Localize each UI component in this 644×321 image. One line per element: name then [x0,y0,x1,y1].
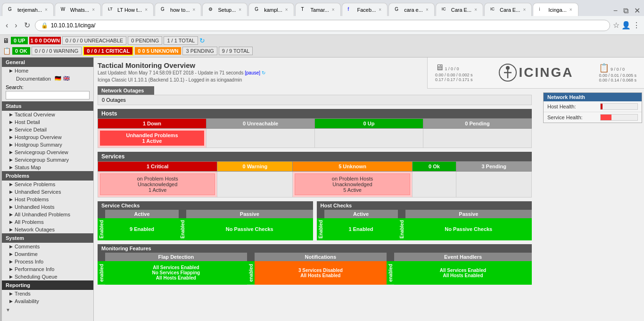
hosts-down-header[interactable]: 1 Down [98,119,206,129]
minimize-btn[interactable]: − [611,6,619,16]
close-tab-12[interactable]: × [570,7,572,12]
unreachable-badge[interactable]: 0 / 0 / 0 UNREACHABLE [62,36,126,45]
sidebar-item-all-problems[interactable]: ▶ All Problems [2,218,93,226]
hosts-up-header[interactable]: 0 Up [315,119,423,129]
down-badge[interactable]: 1 0 0 DOWN [29,37,60,44]
hc-passive-count[interactable]: No Passive Checks [405,218,532,240]
forward-button[interactable]: › [13,20,19,31]
sidebar-item-unhandled-services[interactable]: ▶ Unhandled Services [2,188,93,196]
close-tab-2[interactable]: × [92,7,95,12]
close-tab-8[interactable]: × [379,7,381,12]
sidebar-item-process-info[interactable]: ▶ Process Info [2,258,93,265]
hc-active-count[interactable]: 1 Enabled [324,218,398,240]
critical-unhandled-badge[interactable]: on Problem HostsUnacknowledged1 Active [100,173,215,195]
sidebar-item-network-outages[interactable]: ▶ Network Outages [2,226,93,233]
refresh-page-icon[interactable]: ↻ [262,70,265,75]
sidebar-item-tactical[interactable]: ▶ Tactical Overview [2,111,93,118]
close-tab-5[interactable]: × [239,7,241,12]
close-tab-3[interactable]: × [145,7,148,12]
tab-11[interactable]: ICCara E...× [484,3,532,16]
sc-active-count[interactable]: 9 Enabled [105,218,179,240]
last-updated: Last Updated: Mon May 7 14:58:09 EDT 201… [98,70,419,75]
feat-events-cell[interactable]: All Services EnabledAll Hosts Enabled [394,261,532,285]
hosts-pending-header[interactable]: 0 Pending [423,119,532,129]
back-button[interactable]: ‹ [4,20,10,31]
tab-12-active[interactable]: iIcinga...× [533,3,578,16]
close-tab-7[interactable]: × [332,7,335,12]
sidebar-item-status-map[interactable]: ▶ Status Map [2,164,93,171]
refresh-icon[interactable]: ↻ [199,37,205,44]
close-tab-9[interactable]: × [426,7,429,12]
close-tab-4[interactable]: × [193,7,196,12]
sidebar-item-host-problems[interactable]: ▶ Host Problems [2,196,93,203]
pending-badge-svc[interactable]: 3 PENDING [182,47,217,55]
pause-link[interactable]: [pause] [245,70,260,75]
tab-6[interactable]: Gkampl...× [248,3,294,16]
sc-passive-count[interactable]: No Passive Checks [186,218,313,240]
sidebar-item-all-unhandled[interactable]: ▶ All Unhandled Problems [2,211,93,218]
close-tab-6[interactable]: × [285,7,288,12]
feat-flap-header: Flap Detection [105,253,247,261]
sidebar-item-downtime[interactable]: ▶ Downtime [2,250,93,258]
sidebar-item-comments[interactable]: ▶ Comments [2,243,93,250]
svc-unknown-header[interactable]: 5 Unknown [293,162,412,172]
reload-button[interactable]: ↻ [22,20,32,31]
tab-3[interactable]: LTLT How t...× [102,3,154,16]
tab-5[interactable]: ⚙Setup...× [202,3,248,16]
sidebar-item-home[interactable]: ▶ Home [2,67,93,74]
url-input[interactable] [51,22,604,29]
tab-2[interactable]: WWhats...× [55,3,101,16]
close-tab-10[interactable]: × [474,7,477,12]
tab-9[interactable]: Gcara e...× [388,3,435,16]
close-btn[interactable]: ✕ [632,5,642,16]
arrow-comments: ▶ [9,244,13,249]
total-badge-svc[interactable]: 9 / 9 TOTAL [219,47,253,55]
total-badge-hosts[interactable]: 1 / 1 TOTAL [164,36,198,45]
search-input[interactable] [6,91,90,99]
sidebar-item-hostgroup-summary[interactable]: ▶ Hostgroup Summary [2,141,93,148]
tab-1[interactable]: Gterjemah...× [2,3,54,16]
sidebar-item-unhandled-hosts[interactable]: ▶ Unhandled Hosts [2,203,93,211]
tab-7[interactable]: TTamar...× [295,3,341,16]
arrow-hg-summary: ▶ [9,142,13,147]
sidebar-item-servicegroup-summary[interactable]: ▶ Servicegroup Summary [2,156,93,164]
unknown-unhandled-badge[interactable]: on Problem HostsUnacknowledged5 Active [295,173,410,195]
sidebar-item-scheduling-queue[interactable]: ▶ Scheduling Queue [2,273,93,280]
up-badge[interactable]: 0 UP [11,37,28,44]
warning-badge[interactable]: 0 / 0 / 0 WARNING [32,47,82,55]
sidebar-item-servicegroup-overview[interactable]: ▶ Servicegroup Overview [2,148,93,156]
unhandled-problems-badge[interactable]: Unhandled Problems 1 Active [100,131,204,146]
svc-ok-header[interactable]: 0 Ok [412,162,456,172]
bookmark-icon[interactable]: ☆ [613,21,619,30]
svc-pending-header[interactable]: 3 Pending [456,162,532,172]
sidebar-item-trends[interactable]: ▶ Trends [2,290,93,297]
sidebar-system-header: System [2,233,93,243]
feat-flap-cell[interactable]: All Services EnabledNo Services Flapping… [105,261,247,285]
svc-critical-header[interactable]: 1 Critical [98,162,217,172]
sidebar-item-performance-info[interactable]: ▶ Performance Info [2,265,93,273]
sidebar-item-availability[interactable]: ▶ Availability [2,297,93,305]
tab-4[interactable]: Ghow to...× [155,3,201,16]
tab-8[interactable]: fFaceb...× [342,3,388,16]
address-bar[interactable]: 🔒 [35,20,610,31]
close-tab-11[interactable]: × [523,7,526,12]
feat-notif-cell[interactable]: 3 Services Disabled All Hosts Enabled [255,261,387,285]
hosts-unreachable-cell [206,129,315,148]
sidebar-item-service-problems[interactable]: ▶ Service Problems [2,181,93,188]
close-tab-1[interactable]: × [45,7,48,12]
hosts-unreachable-header[interactable]: 0 Unreachable [206,119,315,129]
settings-icon[interactable]: ⋮ [633,21,640,30]
pending-badge-hosts[interactable]: 0 PENDING [128,36,162,45]
tab-10[interactable]: ICCara E...× [436,3,483,16]
sidebar-item-documentation[interactable]: Documentation 🇩🇪 🇬🇧 [2,74,93,82]
sidebar-item-service-detail[interactable]: ▶ Service Detail [2,126,93,133]
ok-badge[interactable]: 0 OK [12,47,30,55]
profile-icon[interactable]: 👤 [621,21,631,30]
restore-btn[interactable]: ⧉ [621,6,630,16]
sidebar-problems-header: Problems [2,171,93,181]
svc-warning-header[interactable]: 0 Warning [217,162,293,172]
critical-badge[interactable]: 0 / 0 / 1 CRITICAL [83,46,133,56]
sidebar-item-host-detail[interactable]: ▶ Host Detail [2,118,93,126]
sidebar-item-hostgroup-overview[interactable]: ▶ Hostgroup Overview [2,133,93,141]
unknown-badge[interactable]: 0 0 5 UNKNOWN [135,47,181,55]
